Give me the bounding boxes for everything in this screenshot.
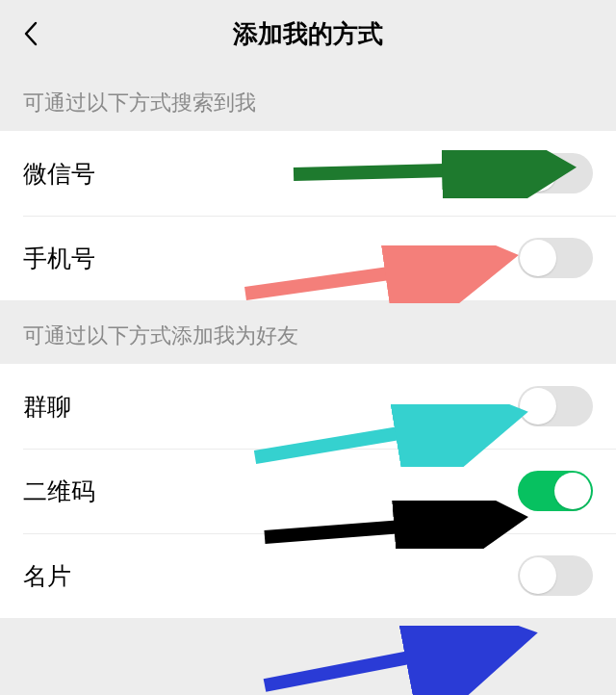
annotation-arrow-card	[260, 626, 539, 695]
row-label: 群聊	[23, 391, 71, 423]
row-wechat-id: 微信号	[0, 131, 616, 216]
chevron-left-icon	[22, 19, 41, 48]
page-title: 添加我的方式	[0, 17, 616, 51]
section-label-add-friend: 可通过以下方式添加我为好友	[0, 300, 616, 364]
row-label: 微信号	[23, 158, 95, 190]
svg-line-4	[265, 635, 525, 685]
section-label-search: 可通过以下方式搜索到我	[0, 67, 616, 131]
row-card: 名片	[0, 533, 616, 618]
toggle-phone[interactable]	[518, 238, 593, 278]
row-phone: 手机号	[0, 216, 616, 300]
search-methods-group: 微信号 手机号	[0, 131, 616, 300]
toggle-card[interactable]	[518, 555, 593, 596]
back-button[interactable]	[17, 19, 46, 48]
row-label: 二维码	[23, 476, 95, 507]
toggle-wechat-id[interactable]	[518, 153, 593, 193]
toggle-qrcode[interactable]	[518, 471, 593, 511]
add-friend-methods-group: 群聊 二维码 名片	[0, 364, 616, 618]
toggle-group-chat[interactable]	[518, 386, 593, 426]
row-label: 手机号	[23, 243, 95, 274]
row-label: 名片	[23, 560, 71, 592]
row-group-chat: 群聊	[0, 364, 616, 449]
row-qrcode: 二维码	[0, 449, 616, 533]
header: 添加我的方式	[0, 0, 616, 67]
